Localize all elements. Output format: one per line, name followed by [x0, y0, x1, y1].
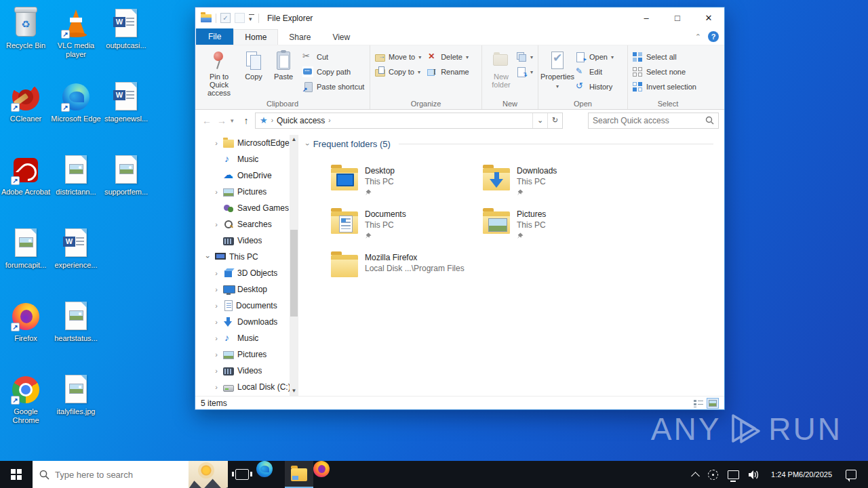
chevron-right-icon[interactable]: ›	[213, 350, 220, 359]
desktop-icon-vlc[interactable]: ↗ VLC media player	[50, 8, 102, 59]
start-button[interactable]	[0, 461, 33, 488]
new-folder-button[interactable]: New folder	[486, 48, 516, 89]
desktop-icon-recycle-bin[interactable]: Recycle Bin	[0, 8, 52, 50]
nav-item-pictures[interactable]: ›Pictures	[195, 184, 298, 200]
tab-view[interactable]: View	[321, 30, 361, 45]
nav-item-pictures-pc[interactable]: ›Pictures	[195, 346, 298, 363]
refresh-icon[interactable]: ↻	[547, 113, 562, 128]
chevron-down-icon[interactable]: ›	[204, 253, 212, 260]
chevron-right-icon[interactable]: ›	[213, 269, 220, 277]
nav-scrollbar[interactable]: ▲ ▼	[290, 135, 298, 396]
properties-button[interactable]: Properties ▾	[542, 48, 572, 91]
network-button[interactable]	[723, 461, 744, 488]
maximize-button[interactable]: □	[662, 7, 693, 28]
paste-shortcut-button[interactable]: Paste shortcut	[302, 81, 364, 93]
desktop-icon-edge[interactable]: ↗ Microsoft Edge	[50, 81, 102, 123]
title-bar[interactable]: ✓ ▾ File Explorer – □ ✕	[195, 7, 724, 28]
taskbar-firefox-button[interactable]	[313, 461, 342, 488]
tile-downloads[interactable]: DownloadsThis PC	[483, 165, 627, 201]
rename-button[interactable]: Rename	[427, 66, 469, 78]
help-icon[interactable]: ?	[708, 31, 719, 42]
large-icons-view-button[interactable]	[707, 398, 719, 409]
collapse-ribbon-icon[interactable]: ⌃	[695, 33, 701, 41]
desktop-icon-firefox[interactable]: ↗ Firefox	[0, 301, 52, 343]
copy-to-button[interactable]: Copy to▾	[374, 66, 421, 78]
taskbar-search[interactable]	[33, 461, 228, 488]
chevron-down-icon[interactable]: ›	[304, 143, 312, 146]
tile-mozilla-firefox[interactable]: Mozilla FirefoxLocal Disk ...\Program Fi…	[331, 252, 475, 287]
desktop-icon-outputcasi[interactable]: W outputcasi...	[100, 8, 152, 50]
tile-desktop[interactable]: DesktopThis PC	[331, 165, 475, 201]
copy-path-button[interactable]: Copy path	[302, 66, 364, 78]
chevron-right-icon[interactable]: ›	[213, 367, 220, 375]
desktop-icon-districtann[interactable]: districtann...	[50, 155, 102, 197]
desktop-icon-italyfiles[interactable]: italyfiles.jpg	[50, 374, 102, 416]
nav-item-documents[interactable]: ›Documents	[195, 298, 298, 314]
scroll-up-icon[interactable]: ▲	[290, 135, 298, 144]
task-view-button[interactable]	[228, 461, 256, 488]
paste-button[interactable]: Paste	[269, 48, 298, 81]
new-folder-qat-icon[interactable]	[235, 13, 245, 23]
tile-pictures[interactable]: PicturesThis PC	[483, 209, 627, 244]
search-box[interactable]	[588, 113, 719, 129]
nav-item-saved-games[interactable]: ›Saved Games	[195, 200, 298, 216]
chevron-right-icon[interactable]: ›	[213, 285, 220, 293]
desktop-icon-forumcapit[interactable]: forumcapit...	[0, 228, 52, 270]
select-all-button[interactable]: Select all	[632, 51, 696, 63]
desktop-icon-chrome[interactable]: ↗ Google Chrome	[0, 374, 52, 425]
invert-selection-button[interactable]: Invert selection	[632, 81, 696, 93]
forward-button[interactable]: →	[216, 115, 228, 126]
desktop-icon-experience[interactable]: W experience...	[50, 228, 102, 270]
nav-item-3d-objects[interactable]: ›3D Objects	[195, 265, 298, 281]
select-none-button[interactable]: Select none	[632, 66, 696, 78]
nav-item-downloads[interactable]: ›Downloads	[195, 314, 298, 330]
nav-item-searches[interactable]: ›Searches	[195, 216, 298, 232]
nav-item-desktop[interactable]: ›Desktop	[195, 281, 298, 298]
taskbar-edge-button[interactable]	[256, 461, 285, 488]
new-item-button[interactable]: ▾	[516, 51, 533, 63]
scrollbar-thumb[interactable]	[290, 230, 298, 317]
taskbar-file-explorer-button[interactable]	[285, 461, 313, 488]
chevron-right-icon[interactable]: ›	[213, 318, 220, 326]
clock[interactable]: 1:24 PM 6/20/2025	[766, 461, 837, 488]
cut-button[interactable]: Cut	[302, 51, 364, 63]
chevron-right-icon[interactable]: ›	[213, 302, 220, 310]
desktop-icon-heartstatus[interactable]: heartstatus...	[50, 301, 102, 343]
breadcrumb[interactable]: Quick access	[277, 116, 325, 125]
tray-status-button[interactable]	[703, 461, 723, 488]
scroll-down-icon[interactable]: ▼	[290, 386, 298, 396]
address-bar[interactable]: ★ › Quick access › ⌄ ↻	[255, 113, 563, 129]
desktop-icon-acrobat[interactable]: ↗ Adobe Acrobat	[0, 155, 52, 197]
minimize-button[interactable]: –	[631, 7, 662, 28]
properties-qat-icon[interactable]: ✓	[220, 13, 231, 23]
copy-button[interactable]: Copy	[239, 48, 269, 81]
tab-share[interactable]: Share	[278, 30, 321, 45]
chevron-right-icon[interactable]: ›	[213, 220, 220, 228]
history-button[interactable]: History	[575, 81, 614, 93]
volume-button[interactable]	[744, 461, 766, 488]
tab-file[interactable]: File	[196, 28, 233, 45]
back-button[interactable]: ←	[201, 115, 213, 126]
frequent-folders-header[interactable]: › Frequent folders (5)	[307, 139, 713, 149]
nav-item-microsoftedge[interactable]: ›MicrosoftEdge	[195, 135, 298, 151]
nav-item-videos-pc[interactable]: ›Videos	[195, 363, 298, 379]
easy-access-button[interactable]: ▾	[516, 66, 533, 78]
tile-documents[interactable]: DocumentsThis PC	[331, 209, 475, 244]
desktop-icon-supportfem[interactable]: supportfem...	[100, 155, 152, 197]
chevron-right-icon[interactable]: ›	[213, 188, 220, 196]
nav-item-music-pc[interactable]: ›Music	[195, 330, 298, 346]
search-highlight-weather-image[interactable]	[189, 461, 228, 488]
chevron-right-icon[interactable]: ›	[213, 383, 220, 391]
nav-item-onedrive[interactable]: ›OneDrive	[195, 167, 298, 184]
tab-home[interactable]: Home	[233, 29, 278, 45]
nav-item-local-disk-c[interactable]: ›Local Disk (C:)	[195, 379, 298, 395]
nav-item-videos[interactable]: ›Videos	[195, 232, 298, 249]
open-button[interactable]: Open▾	[575, 51, 614, 63]
hidden-icons-button[interactable]	[688, 461, 703, 488]
edit-button[interactable]: Edit	[575, 66, 614, 78]
nav-item-this-pc[interactable]: ›This PC	[195, 249, 298, 265]
delete-button[interactable]: Delete▾	[427, 51, 469, 63]
desktop-icon-ccleaner[interactable]: ↗ CCleaner	[0, 81, 52, 123]
chevron-right-icon[interactable]: ›	[213, 334, 220, 342]
up-button[interactable]: ↑	[240, 115, 252, 126]
